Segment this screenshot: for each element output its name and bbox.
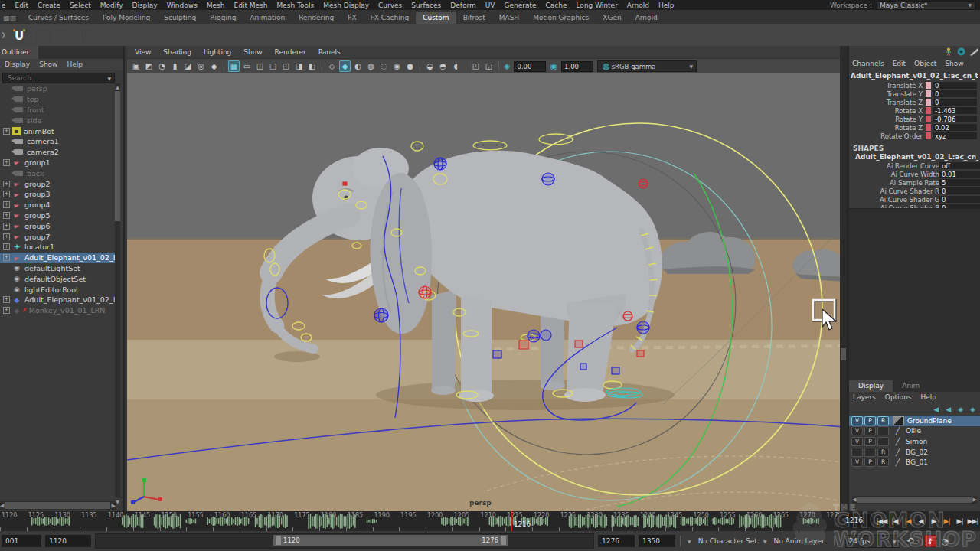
layer-visible-toggle[interactable] — [851, 448, 863, 457]
shelf-tab-mash[interactable]: MASH — [492, 12, 526, 24]
menu-create[interactable]: Create — [38, 2, 60, 9]
layer-color-swatch[interactable]: ╱ — [893, 458, 903, 466]
outliner-item-persp[interactable]: persp — [0, 83, 116, 94]
channelbox-menu-channels[interactable]: Channels — [852, 60, 884, 67]
expand-icon[interactable]: + — [3, 181, 10, 187]
xray-icon[interactable]: ◲ — [483, 60, 495, 72]
scroll-left-icon[interactable]: ◀ — [852, 497, 856, 503]
outliner-item-camera1[interactable]: camera1 — [0, 136, 116, 147]
outliner-item-lighteditorroot[interactable]: ◉lightEditorRoot — [0, 284, 116, 295]
scrollbar-thumb[interactable] — [115, 91, 120, 221]
outliner-item-back[interactable]: back — [0, 168, 116, 178]
shelf-tab-rigging[interactable]: Rigging — [203, 12, 243, 24]
pan-zoom-icon[interactable]: ◎ — [195, 60, 207, 72]
channel-value-field[interactable]: 5 — [939, 179, 980, 186]
scroll-right-icon[interactable]: ▶ — [973, 497, 977, 503]
resolution-gate-icon[interactable]: ◫ — [254, 60, 266, 72]
expand-icon[interactable]: + — [3, 243, 10, 250]
outliner-item-group3[interactable]: +►group3 — [0, 189, 116, 200]
outliner-title[interactable]: Outliner — [0, 46, 38, 59]
outliner-item-group6[interactable]: +►group6 — [0, 220, 116, 231]
layer-playback-toggle[interactable]: P — [864, 426, 876, 435]
field-chart-icon[interactable]: ◰ — [280, 60, 292, 72]
expand-icon[interactable]: + — [3, 233, 10, 240]
viewport-menu-view[interactable]: View — [135, 48, 151, 56]
outliner-item-animbot[interactable]: +▪animBot — [0, 126, 116, 136]
playhead-marker[interactable] — [511, 511, 512, 531]
step-back-key-button[interactable]: |◀ — [901, 517, 914, 525]
layer-row-simon[interactable]: VP╱Simon — [849, 436, 980, 447]
outliner-menu-display[interactable]: Display — [5, 60, 30, 70]
playback-start-field[interactable]: 1120 — [45, 535, 91, 547]
outliner-item-side[interactable]: side — [0, 115, 116, 126]
occlusion-icon[interactable]: ◒ — [424, 60, 436, 72]
viewport-menu-panels[interactable]: Panels — [318, 48, 341, 56]
viewport-menu-lighting[interactable]: Lighting — [204, 48, 231, 56]
outliner-item-camera2[interactable]: camera2 — [0, 147, 116, 158]
expand-icon[interactable]: + — [3, 212, 10, 219]
menu-display[interactable]: Display — [132, 2, 157, 9]
channel-value-field[interactable]: 0 — [933, 82, 977, 89]
outliner-item-defaultlightset[interactable]: ◉defaultLightSet — [0, 263, 116, 274]
playback-end-field[interactable]: 1276 — [598, 535, 635, 547]
menu-mesh[interactable]: Mesh — [207, 2, 225, 9]
lock-camera-icon[interactable]: ◩ — [143, 60, 155, 72]
menu-e[interactable]: e — [2, 2, 6, 9]
expand-icon[interactable]: + — [3, 296, 10, 303]
layer-color-swatch[interactable] — [893, 416, 904, 425]
viewport-menu-renderer[interactable]: Renderer — [275, 48, 306, 56]
channel-value-field[interactable]: 0.01 — [939, 171, 980, 178]
outliner-vertical-scrollbar[interactable]: ▲ ▼ — [115, 83, 120, 497]
layer-menu-options[interactable]: Options — [885, 393, 912, 403]
animbot-shelf-button[interactable]: U — [11, 27, 28, 44]
channel-value-field[interactable]: 0 — [933, 90, 977, 97]
gamma-field[interactable]: 1.00 — [561, 61, 593, 72]
select-camera-icon[interactable]: ▣ — [130, 60, 142, 72]
channelbox-menu-edit[interactable]: Edit — [893, 60, 906, 67]
view-transform-selector[interactable]: ◍sRGB gamma▼ — [597, 60, 697, 72]
shelf-tab-curves-surfaces[interactable]: Curves / Surfaces — [21, 12, 96, 24]
exposure-field[interactable]: 0.00 — [514, 61, 546, 72]
layer-tab-anim[interactable]: Anim — [893, 380, 929, 392]
menu-windows[interactable]: Windows — [167, 2, 198, 9]
search-input[interactable] — [6, 73, 93, 83]
channelbox-menu-show[interactable]: Show — [945, 60, 963, 67]
layer-playback-toggle[interactable]: P — [864, 458, 876, 467]
menu-help[interactable]: Help — [658, 2, 675, 9]
outliner-item-group5[interactable]: +►group5 — [0, 210, 116, 221]
auto-keyframe-button[interactable]: ⚷ — [924, 535, 936, 547]
panel-divider[interactable] — [840, 46, 847, 511]
scroll-left-icon[interactable]: ◀ — [0, 503, 4, 509]
menu-generate[interactable]: Generate — [504, 2, 536, 9]
outliner-item-group1[interactable]: +►group1 — [0, 158, 116, 168]
layer-menu-layers[interactable]: Layers — [853, 393, 876, 403]
outliner-menu-help[interactable]: Help — [67, 60, 83, 70]
layer-playback-toggle[interactable] — [864, 448, 876, 457]
channel-value-field[interactable]: -1.463 — [933, 107, 977, 114]
menu-cache[interactable]: Cache — [546, 2, 567, 9]
grease-pencil-icon[interactable]: ◆ — [208, 60, 220, 72]
step-forward-key-button[interactable]: ▶| — [940, 517, 953, 525]
chevron-down-icon[interactable]: ▼ — [763, 539, 767, 544]
antialias-icon[interactable]: ◓ — [437, 60, 449, 72]
camera-attributes-icon[interactable]: ◔ — [156, 60, 168, 72]
outliner-item-top[interactable]: top — [0, 94, 116, 105]
shaded-icon[interactable]: ◆ — [339, 60, 351, 72]
animation-start-field[interactable]: 001 — [2, 535, 41, 547]
animation-preferences-icon[interactable]: ◔ — [942, 536, 949, 546]
scrollbar-thumb[interactable] — [5, 502, 109, 509]
range-slider-range[interactable]: 1120 1276 — [273, 535, 508, 546]
scroll-right-icon[interactable]: ▶ — [112, 503, 116, 509]
outliner-item-adult-elephant-v01-02-lrn[interactable]: +◆Adult_Elephant_v01_02_LRN — [0, 295, 116, 305]
channel-value-field[interactable]: 0 — [939, 196, 980, 203]
shelf-tab-animation[interactable]: Animation — [243, 12, 292, 24]
menu-deform[interactable]: Deform — [450, 2, 475, 9]
range-end-handle[interactable] — [501, 536, 506, 545]
gauge-icon[interactable] — [957, 47, 965, 57]
layer-color-swatch[interactable]: ╱ — [893, 438, 903, 445]
menu-arnold[interactable]: Arnold — [627, 2, 649, 9]
time-slider-track[interactable]: 1120112511301135114011451150115511601165… — [0, 511, 839, 532]
layer-playback-toggle[interactable]: P — [864, 416, 876, 425]
layer-reference-toggle[interactable]: R — [877, 458, 889, 467]
menu-modify[interactable]: Modify — [100, 2, 123, 9]
